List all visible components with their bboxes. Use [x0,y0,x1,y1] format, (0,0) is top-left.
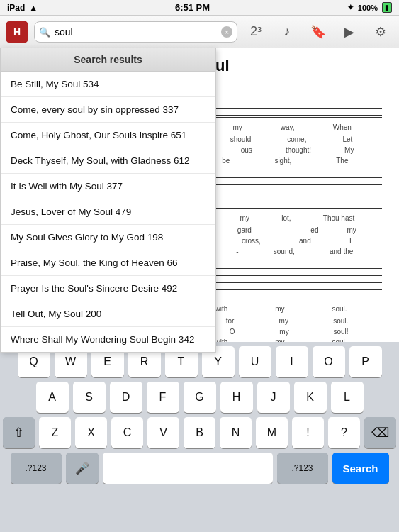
app-icon-label: H [13,26,21,38]
superscript-icon: 2³ [250,24,262,39]
key-numbers-right[interactable]: .?123 [277,453,328,484]
key-m[interactable]: M [256,417,288,448]
key-j[interactable]: J [257,382,290,413]
bluetooth-icon: ✦ [347,3,354,12]
toolbar-bookmark-button[interactable]: 🔖 [305,19,331,45]
keyboard-row-2: A S D F G H J K L [0,377,399,413]
key-g[interactable]: G [184,382,216,413]
search-result-item[interactable]: Be Still, My Soul 534 [1,72,215,97]
bookmark-icon: 🔖 [310,24,326,40]
search-results-panel: Search results Be Still, My Soul 534 Com… [0,48,216,353]
search-button[interactable]: Search [332,453,389,484]
key-n[interactable]: N [220,417,252,448]
keyboard-row-4: .?123 🎤 .?123 Search [0,448,399,487]
play-icon: ▶ [344,24,354,40]
status-right: ✦ 100% ▮ [347,2,392,13]
carrier-label: iPad [7,3,25,13]
key-p[interactable]: P [349,346,382,377]
search-results-header: Search results [1,48,215,72]
search-result-item[interactable]: It Is Well with My Soul 377 [1,174,215,199]
toolbar-play-button[interactable]: ▶ [337,19,362,45]
search-result-item[interactable]: Praise, My Soul, the King of Heaven 66 [1,250,215,276]
key-l[interactable]: L [331,382,364,413]
key-h[interactable]: H [220,382,253,413]
key-shift[interactable]: ⇧ [3,417,35,448]
key-x[interactable]: X [75,417,107,448]
content-area: My Soul 𝄞 at tend - eth my way, When tho… [0,48,399,342]
key-d[interactable]: D [110,382,142,413]
keyboard-row-3: ⇧ Z X C V B N M ! ? ⌫ [0,413,399,448]
battery-label: 100% [358,4,378,12]
key-o[interactable]: O [313,346,345,377]
key-mic[interactable]: 🎤 [66,453,99,484]
key-z[interactable]: Z [39,417,71,448]
key-v[interactable]: V [147,417,179,448]
search-result-item[interactable]: Where Shall My Wondering Soul Begin 342 [1,327,215,352]
time-label: 6:51 PM [175,2,210,13]
keyboard: Q W E R T Y U I O P A S D F G H J K L ⇧ … [0,342,399,532]
key-space[interactable] [103,453,273,484]
status-left: iPad ▲ [7,3,38,13]
key-c[interactable]: C [111,417,143,448]
search-result-item[interactable]: Come, every soul by sin oppressed 337 [1,97,215,123]
wifi-icon: ▲ [29,3,38,13]
key-s[interactable]: S [73,382,106,413]
music-icon: ♪ [284,24,291,39]
search-result-item[interactable]: Jesus, Lover of My Soul 479 [1,199,215,225]
battery-icon: ▮ [382,2,392,13]
gear-icon: ⚙ [375,24,386,40]
key-i[interactable]: I [276,346,308,377]
search-clear-button[interactable]: × [221,26,232,38]
toolbar-music-button[interactable]: ♪ [274,19,300,45]
app-icon[interactable]: H [6,21,28,43]
key-f[interactable]: F [147,382,179,413]
search-container: 🔍 × [34,21,237,43]
key-k[interactable]: K [294,382,327,413]
key-exclaim[interactable]: ! [292,417,324,448]
key-numbers[interactable]: .?123 [11,453,62,484]
key-b[interactable]: B [184,417,215,448]
key-a[interactable]: A [36,382,69,413]
search-result-item[interactable]: Come, Holy Ghost, Our Souls Inspire 651 [1,123,215,148]
search-result-item[interactable]: Deck Thyself, My Soul, with Gladness 612 [1,148,215,174]
key-backspace[interactable]: ⌫ [364,417,396,448]
key-question[interactable]: ? [328,417,360,448]
search-icon: 🔍 [39,26,50,37]
status-bar: iPad ▲ 6:51 PM ✦ 100% ▮ [0,0,399,16]
search-result-item[interactable]: Prayer Is the Soul's Sincere Desire 492 [1,276,215,301]
search-input[interactable] [34,21,237,43]
toolbar-settings-button[interactable]: ⚙ [368,19,393,45]
search-result-item[interactable]: My Soul Gives Glory to My God 198 [1,225,215,250]
toolbar-superscript-button[interactable]: 2³ [243,19,269,45]
toolbar: H 🔍 × 2³ ♪ 🔖 ▶ ⚙ [0,16,399,48]
search-result-item[interactable]: Tell Out, My Soul 200 [1,301,215,327]
key-u[interactable]: U [239,346,271,377]
